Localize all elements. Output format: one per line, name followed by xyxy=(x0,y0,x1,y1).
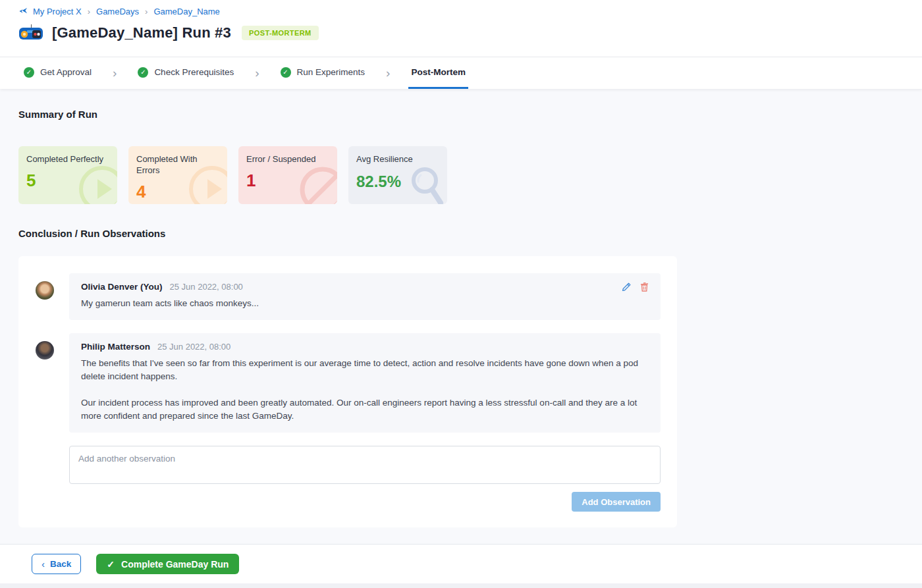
check-circle-icon: ✓ xyxy=(138,67,148,78)
card-completed-with-errors: Completed With Errors 4 xyxy=(128,146,227,204)
page-title: [GameDay_Name] Run #3 xyxy=(52,24,231,41)
status-badge: POST-MORTERM xyxy=(242,26,319,40)
card-error-suspended: Error / Suspended 1 xyxy=(238,146,337,204)
card-label: Completed Perfectly xyxy=(26,154,109,165)
breadcrumb-item-project[interactable]: My Project X xyxy=(33,7,82,16)
card-label: Avg Resilience xyxy=(356,154,439,165)
observation-body: Olivia Denver (You) 25 Jun 2022, 08:00 M… xyxy=(69,273,661,320)
tab-post-mortem[interactable]: Post-Mortem xyxy=(408,57,468,89)
chevron-left-icon: ‹ xyxy=(41,558,45,570)
complete-gameday-run-button[interactable]: ✓ Complete GameDay Run xyxy=(96,554,239,574)
observations-heading: Conclusion / Run Observations xyxy=(18,228,904,239)
back-button[interactable]: ‹ Back xyxy=(32,554,81,574)
card-avg-resilience: Avg Resilience 82.5% xyxy=(348,146,447,204)
check-icon: ✓ xyxy=(107,559,115,570)
observations-card: Olivia Denver (You) 25 Jun 2022, 08:00 M… xyxy=(18,256,677,527)
tab-label: Get Approval xyxy=(40,67,92,77)
pencil-icon xyxy=(622,282,631,292)
card-value: 1 xyxy=(246,171,329,191)
summary-heading: Summary of Run xyxy=(18,109,904,120)
observation-paragraph: The benefits that I've seen so far from … xyxy=(81,357,649,383)
tab-label: Check Prerequisites xyxy=(154,67,234,77)
back-button-label: Back xyxy=(50,559,71,569)
tab-label: Post-Mortem xyxy=(411,67,466,77)
tab-check-prerequisites[interactable]: ✓ Check Prerequisites xyxy=(135,57,236,89)
footer-bar: ‹ Back ✓ Complete GameDay Run xyxy=(0,544,922,583)
observation-text: My gamerun team acts like chaos monkeys.… xyxy=(81,297,649,310)
check-circle-icon: ✓ xyxy=(24,67,34,78)
tab-run-experiments[interactable]: ✓ Run Experiments xyxy=(278,57,368,89)
add-observation-input[interactable] xyxy=(69,446,661,484)
delete-observation-button[interactable] xyxy=(640,282,649,292)
summary-cards: Completed Perfectly 5 Completed With Err… xyxy=(18,146,904,204)
observation-author: Philip Matterson xyxy=(81,342,150,352)
step-tabbar: ✓ Get Approval › ✓ Check Prerequisites ›… xyxy=(0,57,922,89)
complete-button-label: Complete GameDay Run xyxy=(121,559,229,570)
window-edge xyxy=(0,583,922,588)
trash-icon xyxy=(640,282,649,292)
brand-logo-icon xyxy=(18,7,28,16)
observation-timestamp: 25 Jun 2022, 08:00 xyxy=(157,342,230,352)
chevron-right-icon: › xyxy=(145,7,148,16)
observation-author: Olivia Denver (You) xyxy=(81,282,163,292)
breadcrumb: My Project X › GameDays › GameDay_Name xyxy=(18,7,904,16)
add-observation-button[interactable]: Add Observation xyxy=(572,492,661,512)
breadcrumb-item-gamedays[interactable]: GameDays xyxy=(96,7,139,16)
avatar xyxy=(36,341,54,360)
main-content: Summary of Run Completed Perfectly 5 Com… xyxy=(0,89,922,544)
observation-item: Olivia Denver (You) 25 Jun 2022, 08:00 M… xyxy=(36,273,661,320)
breadcrumb-item-gameday-name[interactable]: GameDay_Name xyxy=(153,7,219,16)
gamepad-icon xyxy=(18,24,43,41)
page-header: My Project X › GameDays › GameDay_Name [… xyxy=(0,0,922,57)
chevron-right-icon: › xyxy=(113,57,117,89)
chevron-right-icon: › xyxy=(255,57,259,89)
card-value: 4 xyxy=(136,182,219,202)
chevron-right-icon: › xyxy=(88,7,90,16)
card-label: Completed With Errors xyxy=(136,154,219,176)
observation-item: Philip Matterson 25 Jun 2022, 08:00 The … xyxy=(36,333,661,433)
observation-text: The benefits that I've seen so far from … xyxy=(81,357,649,423)
card-completed-perfectly: Completed Perfectly 5 xyxy=(18,146,117,204)
card-label: Error / Suspended xyxy=(246,154,329,165)
observation-timestamp: 25 Jun 2022, 08:00 xyxy=(170,282,243,292)
chevron-right-icon: › xyxy=(386,57,390,89)
avatar xyxy=(36,281,54,300)
tab-get-approval[interactable]: ✓ Get Approval xyxy=(21,57,94,89)
card-value: 5 xyxy=(26,171,109,191)
observation-body: Philip Matterson 25 Jun 2022, 08:00 The … xyxy=(69,333,661,433)
tab-label: Run Experiments xyxy=(297,67,366,77)
card-value: 82.5% xyxy=(356,173,439,191)
edit-observation-button[interactable] xyxy=(622,282,631,292)
observation-paragraph: Our incident process has improved and be… xyxy=(81,396,649,423)
check-circle-icon: ✓ xyxy=(281,67,291,78)
